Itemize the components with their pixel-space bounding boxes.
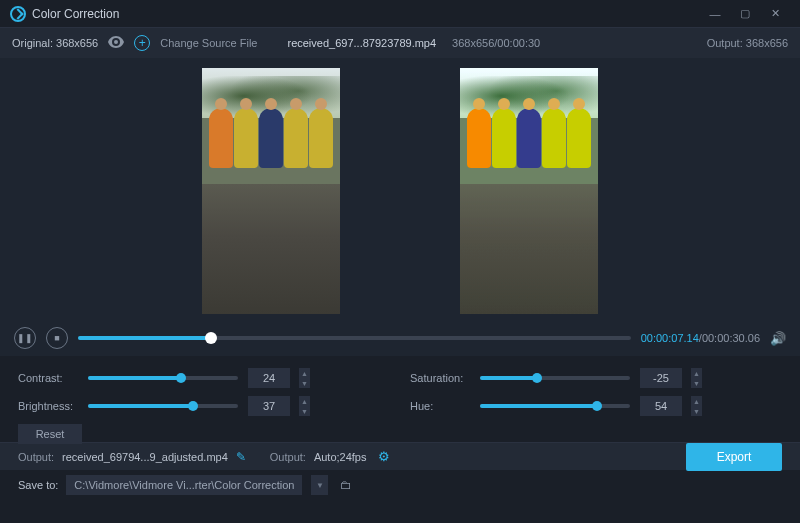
- timecode: 00:00:07.14/00:00:30.06: [641, 332, 760, 344]
- output-preview: [460, 68, 598, 314]
- save-to-label: Save to:: [18, 479, 58, 491]
- saturation-value[interactable]: -25: [640, 368, 682, 388]
- output-bar: Output: received_69794...9_adjusted.mp4 …: [0, 442, 800, 470]
- contrast-down[interactable]: ▼: [298, 378, 310, 388]
- hue-value[interactable]: 54: [640, 396, 682, 416]
- change-source-button[interactable]: Change Source File: [160, 37, 257, 49]
- maximize-button[interactable]: ▢: [730, 0, 760, 28]
- save-path[interactable]: C:\Vidmore\Vidmore Vi...rter\Color Corre…: [66, 475, 302, 495]
- browse-folder-icon[interactable]: 🗀: [340, 478, 352, 492]
- output-format: Auto;24fps: [314, 451, 367, 463]
- rename-icon[interactable]: ✎: [236, 450, 246, 464]
- topbar: Original: 368x656 + Change Source File r…: [0, 28, 800, 58]
- contrast-row: Contrast: 24 ▲▼: [18, 368, 390, 388]
- contrast-up[interactable]: ▲: [298, 368, 310, 378]
- source-filename: received_697...87923789.mp4: [287, 37, 436, 49]
- brightness-up[interactable]: ▲: [298, 396, 310, 406]
- brightness-label: Brightness:: [18, 400, 78, 412]
- minimize-button[interactable]: —: [700, 0, 730, 28]
- transport-bar: ❚❚ ■ 00:00:07.14/00:00:30.06 🔊: [0, 320, 800, 356]
- close-button[interactable]: ✕: [760, 0, 790, 28]
- seek-slider[interactable]: [78, 336, 631, 340]
- app-logo-icon: [10, 6, 26, 22]
- output-format-label: Output:: [270, 451, 306, 463]
- hue-up[interactable]: ▲: [690, 396, 702, 406]
- volume-icon[interactable]: 🔊: [770, 331, 786, 346]
- settings-icon[interactable]: ⚙: [378, 449, 390, 464]
- saturation-down[interactable]: ▼: [690, 378, 702, 388]
- save-path-dropdown[interactable]: ▼: [310, 475, 328, 495]
- add-source-button[interactable]: +: [134, 35, 150, 51]
- brightness-row: Brightness: 37 ▲▼: [18, 396, 390, 416]
- pause-button[interactable]: ❚❚: [14, 327, 36, 349]
- output-filename-label: Output:: [18, 451, 54, 463]
- saturation-slider[interactable]: [480, 376, 630, 380]
- contrast-label: Contrast:: [18, 372, 78, 384]
- saturation-row: Saturation: -25 ▲▼: [410, 368, 782, 388]
- source-meta: 368x656/00:00:30: [452, 37, 540, 49]
- brightness-down[interactable]: ▼: [298, 406, 310, 416]
- preview-toggle-icon[interactable]: [108, 36, 124, 50]
- reset-button[interactable]: Reset: [18, 424, 82, 444]
- save-bar: Save to: C:\Vidmore\Vidmore Vi...rter\Co…: [0, 470, 800, 500]
- contrast-value[interactable]: 24: [248, 368, 290, 388]
- original-dimensions: Original: 368x656: [12, 37, 98, 49]
- export-button[interactable]: Export: [686, 443, 782, 471]
- hue-row: Hue: 54 ▲▼: [410, 396, 782, 416]
- output-filename: received_69794...9_adjusted.mp4: [62, 451, 228, 463]
- sliders-panel: Contrast: 24 ▲▼ Saturation: -25 ▲▼ Brigh…: [0, 356, 800, 442]
- stop-button[interactable]: ■: [46, 327, 68, 349]
- output-dimensions: Output: 368x656: [707, 37, 788, 49]
- hue-label: Hue:: [410, 400, 470, 412]
- original-preview: [202, 68, 340, 314]
- brightness-slider[interactable]: [88, 404, 238, 408]
- hue-slider[interactable]: [480, 404, 630, 408]
- saturation-up[interactable]: ▲: [690, 368, 702, 378]
- brightness-value[interactable]: 37: [248, 396, 290, 416]
- contrast-slider[interactable]: [88, 376, 238, 380]
- titlebar: Color Correction — ▢ ✕: [0, 0, 800, 28]
- preview-area: [0, 58, 800, 320]
- hue-down[interactable]: ▼: [690, 406, 702, 416]
- saturation-label: Saturation:: [410, 372, 470, 384]
- window-title: Color Correction: [32, 7, 119, 21]
